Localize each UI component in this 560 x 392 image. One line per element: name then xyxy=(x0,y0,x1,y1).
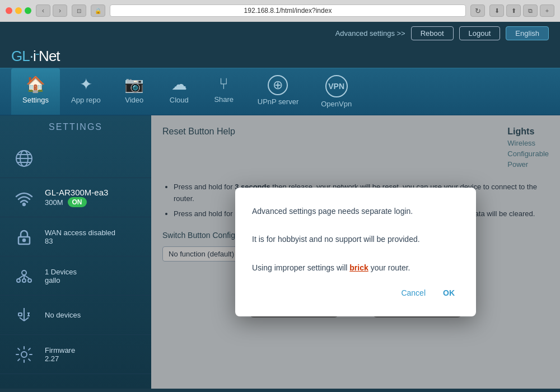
svg-point-20 xyxy=(21,352,27,357)
top-bar: Advanced settings >> Reboot Logout Engli… xyxy=(0,22,560,45)
language-button[interactable]: English xyxy=(506,26,549,40)
close-button[interactable] xyxy=(6,7,12,14)
modal-body: Advanced settings page needs separate lo… xyxy=(252,204,459,275)
modal-line1: Advanced settings page needs separate lo… xyxy=(252,204,459,218)
nav-settings[interactable]: 🏠 Settings xyxy=(11,68,60,115)
share-icon[interactable]: ⬆ xyxy=(506,4,521,17)
wan-number: 83 xyxy=(45,237,115,245)
advanced-settings-modal: Advanced settings page needs separate lo… xyxy=(235,188,476,316)
content-area: Reset Button Help Lights Wireless Config… xyxy=(151,115,560,389)
video-icon: 📷 xyxy=(124,75,144,94)
sidebar-wifi-text: GL-AR300M-ea3 300M ON xyxy=(45,188,108,207)
modal-line3-before: Using improper settings will xyxy=(252,263,349,272)
minimize-button[interactable] xyxy=(15,7,22,14)
main-layout: SETTINGS xyxy=(0,115,560,389)
wan-status: WAN access disabled xyxy=(45,228,115,237)
modal-line3-after: your router. xyxy=(368,263,410,272)
svg-rect-16 xyxy=(18,313,22,316)
browser-chrome: ‹ › ⊡ 🔒 192.168.8.1/html/index?index ↻ ⬇… xyxy=(0,0,560,22)
sidebar-wan-text: WAN access disabled 83 xyxy=(45,228,115,245)
modal-overlay: Advanced settings page needs separate lo… xyxy=(151,115,560,389)
sidebar-item-wifi[interactable]: GL-AR300M-ea3 300M ON xyxy=(0,178,151,217)
back-button[interactable]: ‹ xyxy=(36,4,50,17)
header: GL·i•••Net xyxy=(0,45,560,68)
sidebar-item-firmware[interactable]: Firmware 2.27 xyxy=(0,335,151,374)
gear-icon xyxy=(11,342,36,367)
advanced-settings-link[interactable]: Advanced settings >> xyxy=(335,29,405,38)
svg-point-11 xyxy=(28,279,31,282)
nav-app-repo[interactable]: ✦ App repo xyxy=(60,68,112,115)
wifi-icon xyxy=(11,185,36,210)
svg-line-12 xyxy=(18,275,24,279)
sidebar-devices-text: 1 Devices gallo xyxy=(45,268,77,284)
modal-actions: Cancel OK xyxy=(252,286,459,300)
nav-openvpn[interactable]: VPN OpenVpn xyxy=(310,68,363,115)
nav-share-label: Share xyxy=(214,95,234,104)
wifi-name: GL-AR300M-ea3 xyxy=(45,188,108,197)
hub-icon xyxy=(11,263,36,288)
nav-upnp-label: UPnP server xyxy=(258,97,298,106)
nav-video-label: Video xyxy=(125,96,143,104)
svg-point-10 xyxy=(22,279,26,282)
svg-point-5 xyxy=(23,203,25,206)
logout-button[interactable]: Logout xyxy=(459,26,501,40)
extensions-icon[interactable]: + xyxy=(540,4,554,17)
nav-settings-label: Settings xyxy=(22,96,49,104)
maximize-button[interactable] xyxy=(25,7,31,14)
nav-buttons: ‹ › xyxy=(36,4,67,17)
sidebar-item-wan[interactable]: WAN access disabled 83 xyxy=(0,217,151,256)
nav-app-repo-label: App repo xyxy=(71,96,101,104)
reader-button[interactable]: ⊡ xyxy=(72,4,86,17)
home-icon: 🏠 xyxy=(26,75,45,94)
wifi-toggle[interactable]: ON xyxy=(68,197,87,207)
lock-icon xyxy=(11,224,36,249)
address-bar-wrapper: 192.168.8.1/html/index?index xyxy=(110,4,466,17)
address-bar[interactable]: 192.168.8.1/html/index?index xyxy=(110,4,466,17)
devices-name: gallo xyxy=(45,276,77,284)
usb-status: No devices xyxy=(45,311,81,319)
refresh-button[interactable]: ↻ xyxy=(470,4,485,17)
globe-icon xyxy=(11,146,36,171)
modal-ok-button[interactable]: OK xyxy=(438,286,459,300)
browser-actions: ⬇ ⬆ ⧉ + xyxy=(489,4,554,17)
logo: GL·i•••Net xyxy=(11,48,60,65)
svg-point-9 xyxy=(17,279,20,282)
share-nav-icon: ⑂ xyxy=(219,75,228,93)
wifi-speed: 300M xyxy=(45,198,63,207)
svg-line-14 xyxy=(24,275,30,279)
svg-point-7 xyxy=(23,239,25,241)
upnp-icon: ⊕ xyxy=(268,75,288,95)
modal-cancel-button[interactable]: Cancel xyxy=(396,286,430,300)
svg-point-8 xyxy=(22,270,26,275)
page-content: Advanced settings >> Reboot Logout Engli… xyxy=(0,22,560,385)
devices-count: 1 Devices xyxy=(45,268,77,276)
nav-upnp[interactable]: ⊕ UPnP server xyxy=(246,68,310,115)
nav-openvpn-label: OpenVpn xyxy=(321,100,352,108)
forward-button[interactable]: › xyxy=(53,4,67,17)
sidebar-title: SETTINGS xyxy=(0,115,151,139)
main-navigation: 🏠 Settings ✦ App repo 📷 Video ☁ Cloud ⑂ … xyxy=(0,68,560,115)
download-icon[interactable]: ⬇ xyxy=(489,4,504,17)
shield-icon: 🔒 xyxy=(91,4,105,17)
firmware-version: 2.27 xyxy=(45,354,75,363)
nav-cloud[interactable]: ☁ Cloud xyxy=(157,68,202,115)
browser-titlebar: ‹ › ⊡ 🔒 192.168.8.1/html/index?index ↻ ⬇… xyxy=(0,0,560,21)
reboot-button[interactable]: Reboot xyxy=(411,26,454,40)
openvpn-icon: VPN xyxy=(325,75,348,97)
traffic-lights xyxy=(6,7,31,14)
cloud-icon: ☁ xyxy=(171,75,187,94)
firmware-label: Firmware xyxy=(45,346,75,354)
modal-line2: It is for hobbyist and no support will b… xyxy=(252,232,459,246)
nav-cloud-label: Cloud xyxy=(170,96,189,104)
sidebar-item-usb[interactable]: No devices xyxy=(0,296,151,335)
usb-icon xyxy=(11,302,36,328)
sidebar-firmware-text: Firmware 2.27 xyxy=(45,346,75,363)
nav-share[interactable]: ⑂ Share xyxy=(202,68,246,115)
nav-video[interactable]: 📷 Video xyxy=(112,68,157,115)
sidebar-item-devices[interactable]: 1 Devices gallo xyxy=(0,256,151,296)
sidebar-item-network[interactable] xyxy=(0,139,151,178)
tab-icon[interactable]: ⧉ xyxy=(523,4,538,17)
modal-line3-highlight: brick xyxy=(349,263,368,272)
app-repo-icon: ✦ xyxy=(80,75,92,94)
modal-line3: Using improper settings will brick your … xyxy=(252,261,459,275)
